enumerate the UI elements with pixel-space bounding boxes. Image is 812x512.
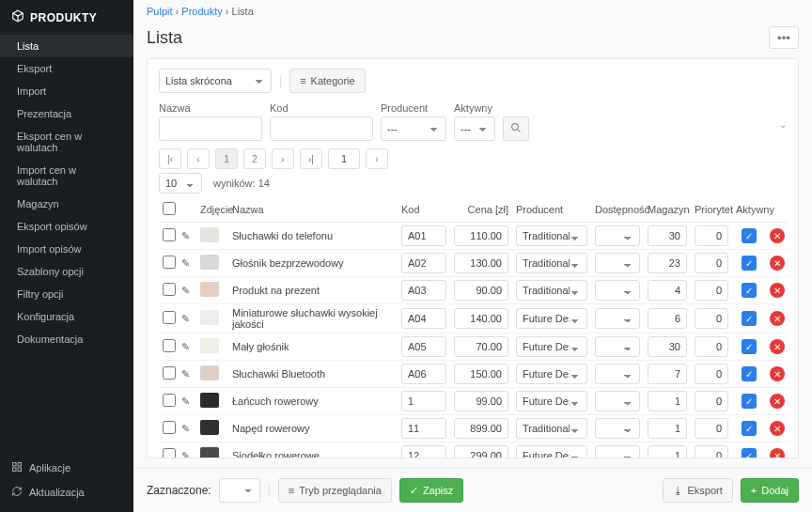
price-input[interactable] bbox=[454, 308, 508, 329]
categories-button[interactable]: ≡ Kategorie bbox=[289, 69, 366, 93]
code-input[interactable] bbox=[401, 280, 446, 301]
price-input[interactable] bbox=[454, 225, 508, 246]
active-checkbox[interactable]: ✓ bbox=[742, 366, 757, 381]
row-checkbox[interactable] bbox=[163, 339, 176, 352]
edit-icon[interactable]: ✎ bbox=[181, 313, 190, 324]
export-button[interactable]: ⭳ Eksport bbox=[663, 478, 733, 503]
code-input[interactable] bbox=[401, 336, 446, 357]
pager-input[interactable] bbox=[328, 148, 360, 169]
priority-input[interactable] bbox=[695, 336, 728, 357]
edit-icon[interactable]: ✎ bbox=[181, 423, 190, 434]
delete-button[interactable]: ✕ bbox=[770, 421, 785, 436]
price-input[interactable] bbox=[454, 445, 508, 458]
active-checkbox[interactable]: ✓ bbox=[742, 311, 757, 326]
pager-last[interactable]: ›| bbox=[300, 148, 322, 169]
price-input[interactable] bbox=[454, 280, 508, 301]
producer-select[interactable]: Traditional W… bbox=[516, 253, 587, 273]
price-input[interactable] bbox=[454, 253, 508, 273]
active-checkbox[interactable]: ✓ bbox=[742, 394, 757, 409]
producer-select[interactable]: Future Design bbox=[516, 445, 587, 458]
pager-page-2[interactable]: 2 bbox=[243, 148, 266, 169]
delete-button[interactable]: ✕ bbox=[770, 228, 785, 243]
producer-select[interactable]: Future Design bbox=[516, 364, 587, 384]
delete-button[interactable]: ✕ bbox=[770, 311, 785, 326]
price-input[interactable] bbox=[454, 391, 508, 411]
availability-select[interactable] bbox=[595, 445, 640, 458]
sidebar-item[interactable]: Konfiguracja bbox=[0, 305, 133, 328]
sidebar-footer-item[interactable]: Aktualizacja bbox=[0, 480, 133, 504]
sidebar-item[interactable]: Eksport cen w walutach bbox=[0, 125, 133, 159]
producer-select[interactable]: Traditional W… bbox=[516, 280, 587, 301]
producer-select[interactable]: Future Design bbox=[516, 336, 587, 357]
active-checkbox[interactable]: ✓ bbox=[742, 339, 757, 354]
chevron-down-icon[interactable]: ⌄ bbox=[779, 119, 787, 130]
priority-input[interactable] bbox=[695, 280, 728, 301]
sidebar-item[interactable]: Import cen w walutach bbox=[0, 159, 133, 193]
availability-select[interactable] bbox=[595, 308, 640, 329]
filter-active-select[interactable]: --- bbox=[454, 116, 495, 141]
code-input[interactable] bbox=[401, 445, 446, 458]
priority-input[interactable] bbox=[695, 445, 728, 458]
sidebar-item[interactable]: Dokumentacja bbox=[0, 328, 133, 350]
stock-input[interactable] bbox=[648, 391, 687, 411]
code-input[interactable] bbox=[401, 253, 446, 273]
price-input[interactable] bbox=[454, 418, 508, 439]
priority-input[interactable] bbox=[695, 364, 728, 384]
edit-icon[interactable]: ✎ bbox=[181, 368, 190, 380]
sidebar-item[interactable]: Import opisów bbox=[0, 238, 133, 260]
stock-input[interactable] bbox=[648, 364, 687, 384]
search-button[interactable] bbox=[503, 116, 529, 141]
active-checkbox[interactable]: ✓ bbox=[742, 421, 757, 436]
code-input[interactable] bbox=[401, 308, 446, 329]
row-checkbox[interactable] bbox=[163, 228, 176, 241]
row-checkbox[interactable] bbox=[163, 394, 176, 407]
active-checkbox[interactable]: ✓ bbox=[742, 228, 757, 243]
priority-input[interactable] bbox=[695, 391, 728, 411]
sidebar-item[interactable]: Filtry opcji bbox=[0, 283, 133, 305]
sidebar-item[interactable]: Eksport opisów bbox=[0, 215, 133, 238]
select-all-checkbox[interactable] bbox=[163, 202, 176, 215]
filter-code-input[interactable] bbox=[270, 116, 373, 141]
stock-input[interactable] bbox=[648, 225, 687, 246]
producer-select[interactable]: Traditional W… bbox=[516, 225, 587, 246]
add-button[interactable]: + Dodaj bbox=[741, 478, 799, 503]
filter-name-input[interactable] bbox=[159, 116, 262, 141]
delete-button[interactable]: ✕ bbox=[770, 366, 785, 381]
breadcrumb-link[interactable]: Pulpit bbox=[147, 6, 173, 17]
stock-input[interactable] bbox=[648, 445, 687, 458]
filter-producer-select[interactable]: --- bbox=[381, 116, 446, 141]
active-checkbox[interactable]: ✓ bbox=[742, 283, 757, 298]
stock-input[interactable] bbox=[648, 418, 687, 439]
pager-go[interactable]: › bbox=[366, 148, 388, 169]
priority-input[interactable] bbox=[695, 225, 728, 246]
producer-select[interactable]: Future Design bbox=[516, 391, 587, 411]
availability-select[interactable] bbox=[595, 391, 640, 411]
producer-select[interactable]: Traditional W… bbox=[516, 418, 587, 439]
stock-input[interactable] bbox=[648, 336, 687, 357]
stock-input[interactable] bbox=[648, 308, 687, 329]
more-button[interactable]: ••• bbox=[769, 26, 799, 49]
priority-input[interactable] bbox=[695, 418, 728, 439]
sidebar-item[interactable]: Eksport bbox=[0, 57, 133, 80]
view-select[interactable]: Lista skrócona bbox=[159, 69, 272, 93]
edit-icon[interactable]: ✎ bbox=[181, 230, 190, 241]
row-checkbox[interactable] bbox=[163, 311, 176, 324]
code-input[interactable] bbox=[401, 225, 446, 246]
breadcrumb-link[interactable]: Produkty bbox=[181, 6, 222, 17]
pager-next[interactable]: › bbox=[272, 148, 294, 169]
price-input[interactable] bbox=[454, 364, 508, 384]
browse-mode-button[interactable]: ≡ Tryb przeglądania bbox=[278, 478, 392, 503]
availability-select[interactable] bbox=[595, 418, 640, 439]
sidebar-footer-item[interactable]: Aplikacje bbox=[0, 456, 133, 480]
delete-button[interactable]: ✕ bbox=[770, 394, 785, 409]
code-input[interactable] bbox=[401, 391, 446, 411]
pager-page-1[interactable]: 1 bbox=[215, 148, 238, 169]
active-checkbox[interactable]: ✓ bbox=[742, 256, 757, 271]
delete-button[interactable]: ✕ bbox=[770, 256, 785, 271]
code-input[interactable] bbox=[401, 418, 446, 439]
sidebar-item[interactable]: Magazyn bbox=[0, 193, 133, 215]
page-size-select[interactable]: 10 bbox=[159, 173, 202, 194]
availability-select[interactable] bbox=[595, 280, 640, 301]
availability-select[interactable] bbox=[595, 364, 640, 384]
code-input[interactable] bbox=[401, 364, 446, 384]
